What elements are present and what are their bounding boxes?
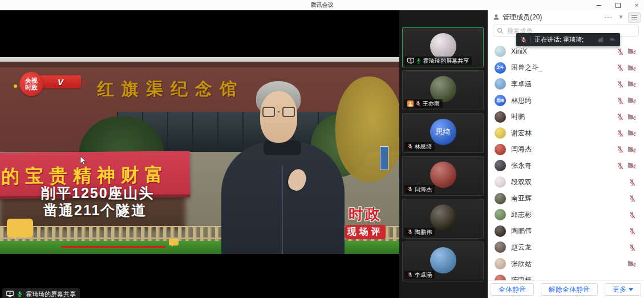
jacket-collar	[264, 140, 301, 155]
participant-label: 闫海杰	[404, 185, 435, 194]
member-name: 赵云龙	[511, 243, 629, 252]
avatar-text: 之斗	[497, 65, 504, 70]
member-name: 陶鹏伟	[511, 226, 629, 236]
member-status-icons	[629, 179, 637, 186]
mute-all-button[interactable]: 全体静音	[491, 283, 534, 296]
panel-more-button[interactable]: ···	[602, 13, 614, 21]
member-list: XiniX 之斗 困兽之斗_ 李卓涵	[488, 39, 644, 280]
unmute-all-button[interactable]: 解除全体静音	[541, 283, 598, 296]
camera-off-icon	[627, 65, 636, 71]
panel-close-button[interactable]: ×	[617, 13, 625, 21]
participant-tile[interactable]: 霍琦琦的屏幕共享	[402, 27, 484, 67]
maximize-button[interactable]	[614, 1, 622, 9]
avatar	[495, 144, 506, 155]
watermark-box: 现场评	[345, 225, 386, 239]
avatar-text: 思绮	[436, 127, 451, 137]
subtitle-line-1: 削平1250座山头	[41, 184, 155, 203]
avatar: 之斗	[495, 62, 506, 74]
participant-avatar	[430, 204, 456, 231]
screen-share-pill: 霍琦琦的屏幕共享	[2, 288, 80, 298]
member-row[interactable]: 张永奇	[495, 158, 637, 174]
member-status-icons	[617, 146, 637, 153]
avatar	[495, 258, 506, 269]
reply-arrow-icon[interactable]	[609, 37, 616, 43]
panel-menu-button[interactable]	[628, 12, 641, 23]
mic-off-icon	[629, 211, 636, 219]
mic-off-icon	[407, 272, 413, 278]
member-row[interactable]: 时鹏	[495, 108, 637, 125]
member-row[interactable]: 陈申楠	[495, 272, 637, 280]
camera-off-icon	[627, 114, 636, 120]
mouse-cursor	[80, 156, 87, 166]
mic-off-icon	[415, 100, 421, 107]
mic-off-icon	[629, 195, 636, 202]
main-video-stage[interactable]: 红旗渠纪念馆 的宝贵精神财富 削平1250座山	[0, 10, 399, 298]
avatar	[495, 111, 506, 123]
member-panel: 管理成员(20) ··· × 正在讲话: 霍琦琦;	[488, 10, 644, 298]
mic-on-icon	[17, 291, 23, 297]
applause-icon[interactable]	[597, 36, 605, 43]
member-status-icons	[617, 113, 637, 120]
member-row[interactable]: 之斗 困兽之斗_	[495, 60, 637, 76]
member-status-icons	[617, 97, 637, 104]
participant-name: 王亦雨	[423, 100, 440, 108]
participant-avatar	[430, 162, 456, 188]
camera-off-icon	[627, 130, 636, 136]
member-row[interactable]: 谢宏林	[495, 125, 637, 142]
member-name: 张欣姑	[511, 259, 627, 269]
close-button[interactable]: ×	[633, 1, 641, 9]
participant-tile[interactable]: 闫海杰	[402, 156, 484, 196]
mic-off-icon	[617, 48, 624, 55]
member-status-icons	[617, 162, 637, 170]
member-row[interactable]: 南亚辉	[495, 190, 637, 207]
mic-off-icon	[617, 162, 624, 170]
mic-off-icon	[407, 143, 413, 150]
participant-label: 霍琦琦的屏幕共享	[404, 57, 472, 65]
member-row[interactable]: 陶鹏伟	[495, 223, 637, 240]
mic-off-icon	[407, 186, 413, 192]
more-actions-button[interactable]: 更多	[605, 283, 641, 296]
participant-avatar	[430, 76, 456, 102]
member-row[interactable]: 李卓涵	[495, 76, 637, 92]
jacket-zipper	[282, 166, 283, 254]
minimize-button[interactable]	[595, 1, 603, 9]
mic-off-icon	[629, 227, 636, 235]
avatar	[495, 225, 506, 237]
avatar	[495, 160, 506, 171]
camera-off-icon	[627, 146, 636, 153]
member-row[interactable]: 段双双	[495, 174, 637, 191]
member-row[interactable]: 邱志彬	[495, 207, 637, 223]
building-sign-text: 红旗渠纪念馆	[97, 78, 244, 101]
host-icon	[407, 100, 414, 107]
member-panel-footer: 全体静音 解除全体静音 更多	[488, 280, 644, 298]
member-row[interactable]: 赵云龙	[495, 239, 637, 256]
member-name: 陈申楠	[511, 275, 636, 280]
participant-label: 林思绮	[404, 142, 435, 151]
mic-off-icon	[629, 244, 636, 251]
participant-avatar	[430, 33, 456, 59]
mic-off-icon	[407, 229, 413, 235]
participant-tile[interactable]: 陶鹏伟	[402, 199, 484, 239]
avatar	[495, 127, 506, 139]
member-row[interactable]: 张欣姑	[495, 256, 637, 272]
participant-tile[interactable]: 李卓涵	[402, 241, 484, 281]
participant-tile[interactable]: 王亦雨	[402, 70, 484, 110]
participant-label: 王亦雨	[404, 99, 443, 108]
window-titlebar: 腾讯会议 ×	[0, 0, 644, 11]
member-row[interactable]: 思绮 林思绮	[495, 92, 637, 109]
mic-off-icon	[629, 179, 636, 186]
badge-circle: 央视 时政	[19, 72, 43, 96]
search-icon	[497, 27, 504, 34]
glasses	[262, 107, 295, 116]
member-row[interactable]: 闫海杰	[495, 142, 637, 158]
member-name: 困兽之斗_	[511, 63, 617, 73]
badge-line2: 时政	[25, 84, 38, 91]
avatar-text: 思绮	[497, 98, 504, 103]
member-name: 时鹏	[511, 112, 617, 122]
participant-avatar: 思绮	[430, 119, 456, 145]
shared-video-frame: 红旗渠纪念馆 的宝贵精神财富 削平1250座山	[0, 57, 399, 254]
participant-tile[interactable]: 思绮	[402, 113, 484, 153]
member-status-icons	[617, 80, 637, 88]
small-blue-sign	[380, 146, 388, 170]
camera-off-icon	[627, 162, 636, 169]
